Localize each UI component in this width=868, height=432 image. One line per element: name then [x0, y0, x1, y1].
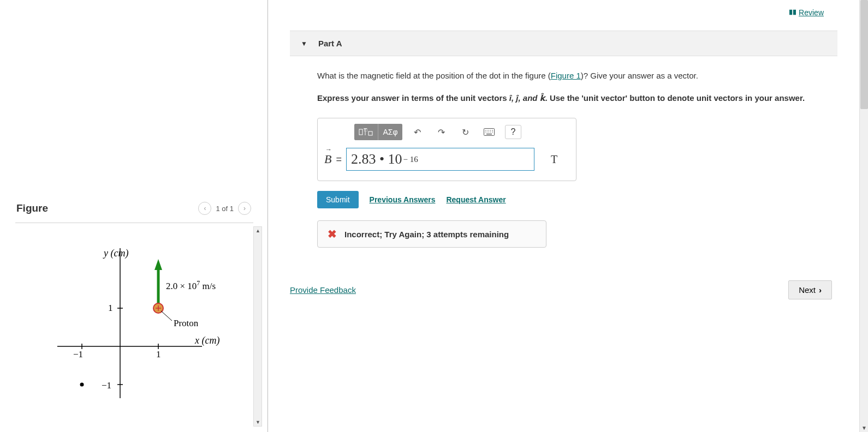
svg-line-15: [161, 311, 172, 321]
question-text: What is the magnetic field at the positi…: [317, 70, 827, 82]
keyboard-icon: [484, 128, 495, 136]
svg-text:Proton: Proton: [174, 318, 199, 328]
svg-text:1: 1: [156, 349, 161, 359]
chevron-right-icon: ›: [819, 285, 822, 295]
svg-point-27: [490, 130, 491, 131]
feedback-message: Incorrect; Try Again; 3 attempts remaini…: [344, 230, 509, 239]
provide-feedback-link[interactable]: Provide Feedback: [290, 285, 356, 295]
next-label: Next: [799, 285, 816, 295]
svg-text:y (cm): y (cm): [103, 248, 128, 259]
request-answer-link[interactable]: Request Answer: [446, 195, 506, 204]
figure-pager-text: 1 of 1: [216, 205, 234, 213]
part-title: Part A: [318, 39, 342, 48]
svg-rect-23: [368, 131, 372, 135]
svg-text:x (cm): x (cm): [194, 335, 219, 346]
answer-input[interactable]: 2.83 • 10− 16: [346, 148, 534, 171]
review-label: Review: [799, 8, 824, 17]
figure-next-button[interactable]: ›: [238, 202, 251, 215]
svg-point-26: [487, 130, 489, 131]
svg-point-25: [485, 130, 486, 131]
undo-button[interactable]: ↶: [408, 124, 426, 140]
previous-answers-link[interactable]: Previous Answers: [370, 195, 436, 204]
page-scrollbar[interactable]: ▼: [859, 0, 868, 432]
templates-button[interactable]: □: [354, 124, 378, 140]
svg-text:2.0 × 107 m/s: 2.0 × 107 m/s: [166, 279, 216, 291]
book-icon: [789, 9, 796, 16]
collapse-icon: ▼: [301, 40, 307, 47]
figure-diagram: y (cm) x (cm) 2.0 × 107 m/s Proton 1 1 −…: [49, 240, 235, 415]
equals-sign: =: [336, 154, 342, 165]
scroll-down-arrow-icon: ▼: [861, 425, 867, 431]
figure-link[interactable]: Figure 1: [551, 71, 581, 80]
review-link[interactable]: Review: [789, 8, 824, 17]
submit-button[interactable]: Submit: [317, 191, 359, 208]
svg-point-29: [485, 131, 486, 133]
question-panel: Review ▼ Part A What is the magnetic fie…: [268, 0, 859, 432]
figure-heading: Figure: [16, 202, 48, 214]
svg-text:−1: −1: [73, 349, 83, 359]
instruction-text: Express your answer in terms of the unit…: [317, 92, 827, 105]
variable-label: B: [324, 152, 331, 166]
part-header[interactable]: ▼ Part A: [290, 31, 837, 56]
svg-point-11: [80, 383, 84, 387]
templates-icon: □: [359, 127, 374, 137]
answer-box: □ ΑΣφ ↶ ↷ ↻ ? B = 2.83 • 10−: [317, 118, 576, 181]
greek-button[interactable]: ΑΣφ: [378, 124, 402, 140]
svg-marker-7: [154, 259, 162, 270]
svg-rect-33: [486, 134, 492, 135]
next-button[interactable]: Next ›: [788, 280, 832, 299]
figure-pager: ‹ 1 of 1 ›: [198, 202, 251, 215]
figure-scrollbar[interactable]: ▲ ▼: [253, 226, 262, 427]
feedback-box: ✖ Incorrect; Try Again; 3 attempts remai…: [317, 220, 546, 248]
svg-rect-21: [359, 129, 362, 135]
reset-button[interactable]: ↻: [456, 124, 474, 140]
scrollbar-thumb[interactable]: [860, 0, 868, 109]
figure-prev-button[interactable]: ‹: [198, 202, 211, 215]
keyboard-button[interactable]: [480, 124, 498, 140]
unit-label: T: [551, 153, 557, 166]
figure-divider: [15, 223, 253, 223]
answer-toolbar: □ ΑΣφ ↶ ↷ ↻ ?: [354, 124, 569, 140]
svg-point-31: [490, 131, 491, 133]
svg-text:−1: −1: [102, 380, 111, 391]
help-button[interactable]: ?: [505, 125, 521, 139]
svg-text:□: □: [364, 127, 367, 133]
svg-point-30: [487, 131, 489, 133]
scroll-down-icon: ▼: [255, 419, 260, 425]
scroll-up-icon: ▲: [255, 228, 260, 233]
redo-button[interactable]: ↷: [432, 124, 450, 140]
svg-point-32: [492, 131, 493, 133]
incorrect-icon: ✖: [328, 227, 337, 241]
svg-point-28: [492, 130, 493, 131]
svg-text:1: 1: [108, 303, 113, 313]
figure-panel: Figure ‹ 1 of 1 › ▲ ▼: [0, 0, 267, 432]
